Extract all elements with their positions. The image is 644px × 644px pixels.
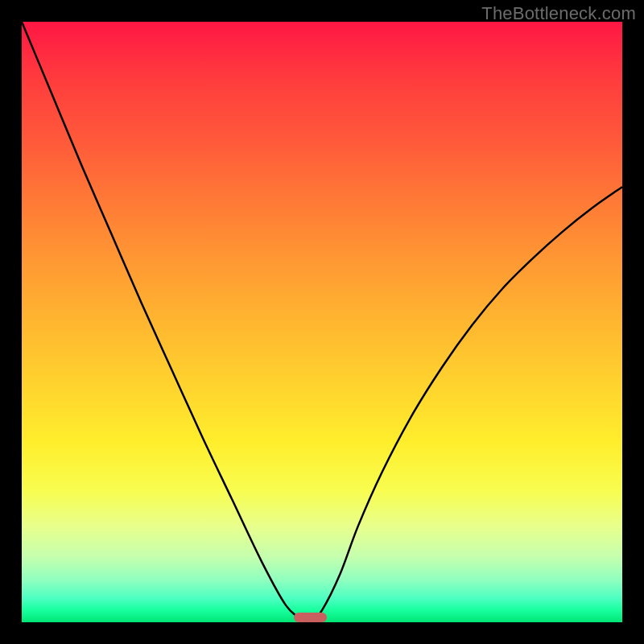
curve-path — [22, 22, 622, 622]
bottleneck-curve — [22, 22, 622, 622]
plot-area — [22, 22, 622, 622]
frame: TheBottleneck.com — [0, 0, 644, 644]
watermark-text: TheBottleneck.com — [481, 3, 636, 24]
optimum-marker — [294, 613, 327, 622]
